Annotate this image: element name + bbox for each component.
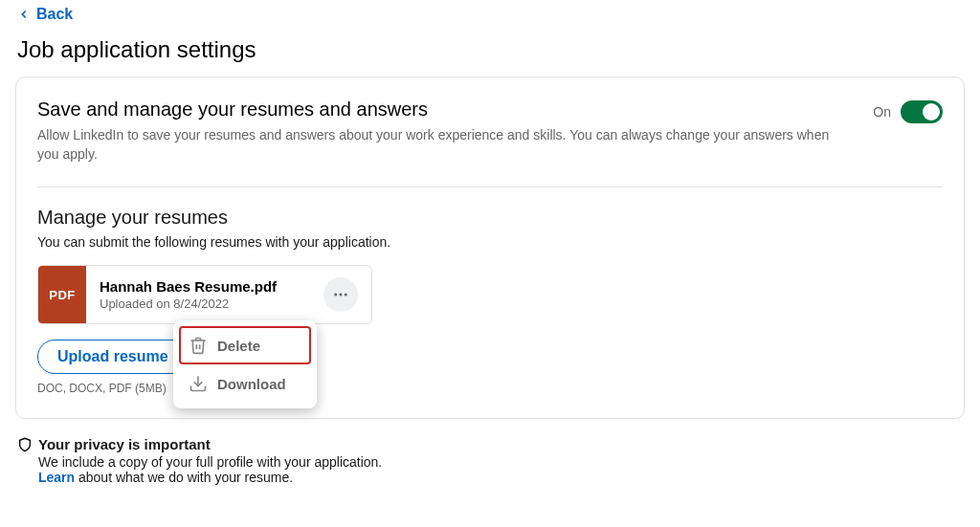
svg-point-2 xyxy=(345,294,347,296)
shield-icon xyxy=(17,437,33,452)
delete-label: Delete xyxy=(217,338,260,354)
privacy-line2: Learn about what we do with your resume. xyxy=(38,470,963,485)
save-section-text: Save and manage your resumes and answers… xyxy=(37,99,841,164)
save-toggle[interactable] xyxy=(901,100,943,123)
manage-desc: You can submit the following resumes wit… xyxy=(37,234,943,250)
toggle-knob xyxy=(923,103,940,121)
divider xyxy=(37,187,943,187)
resume-block: PDF Hannah Baes Resume.pdf Uploaded on 8… xyxy=(37,265,943,395)
resume-row: PDF Hannah Baes Resume.pdf Uploaded on 8… xyxy=(37,265,372,324)
resume-info: Hannah Baes Resume.pdf Uploaded on 8/24/… xyxy=(86,278,323,311)
toggle-wrap: On xyxy=(873,100,943,123)
download-option[interactable]: Download xyxy=(179,364,311,403)
trash-icon xyxy=(189,336,208,355)
more-horizontal-icon xyxy=(332,286,349,303)
resume-uploaded: Uploaded on 8/24/2022 xyxy=(100,296,310,311)
privacy-heading-row: Your privacy is important xyxy=(17,436,963,452)
back-label: Back xyxy=(36,6,73,23)
back-link[interactable]: Back xyxy=(0,0,980,23)
upload-resume-button[interactable]: Upload resume xyxy=(37,340,189,374)
file-type-badge: PDF xyxy=(38,266,86,323)
privacy-heading: Your privacy is important xyxy=(38,436,211,452)
download-label: Download xyxy=(217,376,286,392)
settings-card: Save and manage your resumes and answers… xyxy=(15,77,965,419)
privacy-line1: We include a copy of your full profile w… xyxy=(38,454,963,470)
save-section-title: Save and manage your resumes and answers xyxy=(37,99,841,121)
download-icon xyxy=(189,374,208,393)
learn-link[interactable]: Learn xyxy=(38,470,75,485)
privacy-block: Your privacy is important We include a c… xyxy=(0,419,980,485)
resume-filename: Hannah Baes Resume.pdf xyxy=(100,278,310,295)
save-section-header: Save and manage your resumes and answers… xyxy=(37,99,943,164)
chevron-left-icon xyxy=(17,8,31,21)
toggle-label: On xyxy=(873,104,891,120)
privacy-line2-rest: about what we do with your resume. xyxy=(75,470,293,485)
privacy-body: We include a copy of your full profile w… xyxy=(38,454,963,485)
more-options-button[interactable] xyxy=(323,277,358,312)
page-title: Job application settings xyxy=(0,23,980,77)
resume-options-dropdown: Delete Download xyxy=(173,320,317,408)
manage-title: Manage your resumes xyxy=(37,207,943,229)
delete-option[interactable]: Delete xyxy=(179,326,311,364)
save-section-desc: Allow LinkedIn to save your resumes and … xyxy=(37,126,841,164)
svg-point-0 xyxy=(334,294,337,296)
svg-point-1 xyxy=(340,294,343,296)
